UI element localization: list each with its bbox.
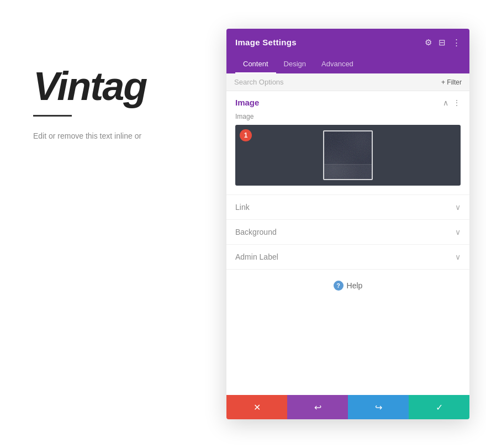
admin-label-chevron-icon: ∨ (455, 252, 461, 261)
page-text: Edit or remove this text inline or (33, 130, 146, 142)
link-section-label: Link (235, 203, 250, 212)
image-settings-panel: Image Settings ⚙ ⊟ ⋮ Content Design Adva… (226, 29, 469, 419)
cancel-button[interactable]: ✕ (226, 395, 287, 419)
link-chevron-icon: ∨ (455, 203, 461, 212)
page-content: Vintag Edit or remove this text inline o… (33, 66, 146, 142)
image-texture (324, 131, 372, 179)
filter-button[interactable]: + Filter (441, 78, 462, 86)
panel-body: Image ∧ ⋮ Image 1 Link ∨ (226, 91, 469, 395)
image-upload-area[interactable]: 1 (235, 125, 461, 186)
image-section-header: Image ∧ ⋮ (235, 98, 461, 107)
tab-content[interactable]: Content (235, 55, 276, 73)
redo-button[interactable]: ↪ (348, 395, 409, 419)
image-section-collapse-icon[interactable]: ∧ (443, 98, 448, 107)
image-field-label: Image (235, 113, 461, 120)
image-preview (323, 130, 373, 180)
image-section-menu-icon[interactable]: ⋮ (453, 98, 461, 107)
page-title: Vintag (33, 66, 146, 106)
help-icon: ? (334, 281, 344, 291)
panel-header-icons: ⚙ ⊟ ⋮ (425, 38, 461, 46)
panel-tabs: Content Design Advanced (226, 55, 469, 73)
filter-label: + Filter (441, 78, 462, 86)
image-section-controls: ∧ ⋮ (443, 98, 461, 107)
image-section-body: Image 1 (235, 107, 461, 188)
admin-label-section-label: Admin Label (235, 252, 278, 261)
image-badge: 1 (240, 129, 252, 141)
link-section[interactable]: Link ∨ (226, 195, 469, 220)
panel-search-bar: Search Options + Filter (226, 73, 469, 91)
undo-button[interactable]: ↩ (287, 395, 348, 419)
tab-design[interactable]: Design (276, 55, 314, 73)
admin-label-section[interactable]: Admin Label ∨ (226, 245, 469, 270)
search-placeholder: Search Options (234, 78, 284, 86)
tab-advanced[interactable]: Advanced (314, 55, 361, 73)
image-section: Image ∧ ⋮ Image 1 (226, 91, 469, 195)
panel-header: Image Settings ⚙ ⊟ ⋮ (226, 29, 469, 55)
help-label[interactable]: Help (347, 281, 363, 290)
page-divider (33, 115, 72, 117)
save-button[interactable]: ✓ (409, 395, 469, 419)
panel-footer: ✕ ↩ ↪ ✓ (226, 395, 469, 419)
background-section[interactable]: Background ∨ (226, 220, 469, 245)
background-section-label: Background (235, 228, 277, 236)
help-area: ? Help (226, 270, 469, 302)
settings-icon[interactable]: ⚙ (425, 38, 432, 46)
image-section-title: Image (235, 98, 259, 107)
panel-title: Image Settings (235, 38, 297, 47)
background-chevron-icon: ∨ (455, 228, 461, 236)
columns-icon[interactable]: ⊟ (439, 38, 446, 46)
search-input-wrap[interactable]: Search Options (234, 78, 284, 86)
more-icon[interactable]: ⋮ (452, 38, 461, 46)
